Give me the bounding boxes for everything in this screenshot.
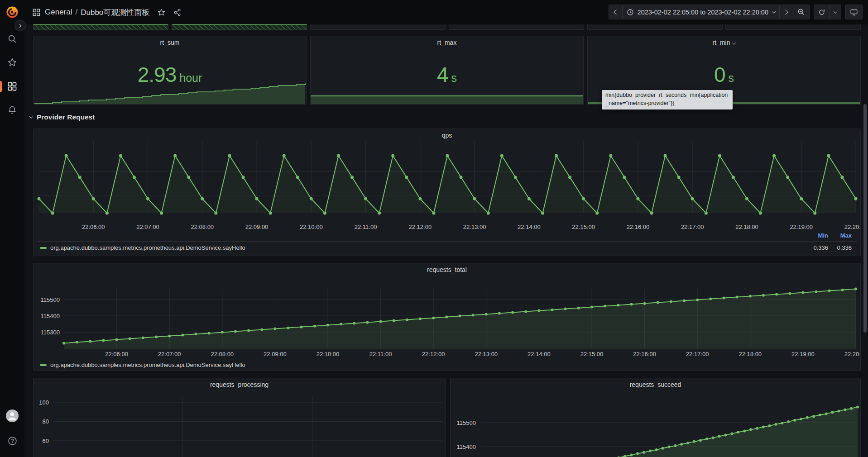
top-header: General / Dubbo可观测性面板 2023-02-02 22:05:0… [0, 0, 868, 24]
panel-sliver [449, 24, 584, 30]
legend-values: 0.336 0.336 [805, 244, 852, 251]
legend-min-header[interactable]: Min [805, 232, 828, 239]
star-button[interactable] [158, 9, 165, 16]
panel-title-qps[interactable]: qps [34, 132, 860, 139]
caret-down-icon [772, 10, 776, 13]
panel-title-rt-sum[interactable]: rt_sum [34, 39, 306, 46]
series-name: org.apache.dubbo.samples.metrics.prometh… [50, 244, 245, 251]
requests-total-chart: 11550011540011530022:06:0022:07:0022:08:… [34, 263, 861, 371]
panel-title-requests-total[interactable]: requests_total [34, 266, 860, 273]
apps-grid-icon[interactable] [33, 9, 40, 16]
series-color-swatch [40, 247, 47, 249]
share-button[interactable] [173, 9, 181, 16]
svg-text:22:09:00: 22:09:00 [245, 224, 269, 230]
svg-text:115400: 115400 [41, 313, 60, 319]
sidebar-item-starred[interactable] [0, 53, 24, 72]
panel-requests-total: requests_total 11550011540011530022:06:0… [33, 263, 861, 371]
sidebar-expand-button[interactable] [14, 20, 26, 31]
svg-text:115500: 115500 [41, 296, 60, 303]
svg-text:22:10:00: 22:10:00 [317, 351, 340, 357]
sidebar-item-alerting[interactable] [0, 100, 24, 119]
sidebar-item-search[interactable] [0, 29, 24, 48]
tv-icon [850, 8, 858, 16]
panel-title-requests-succeed[interactable]: requests_succeed [451, 381, 860, 388]
svg-text:22:06:00: 22:06:00 [82, 224, 105, 230]
user-avatar [5, 409, 19, 423]
panel-sliver [725, 24, 861, 30]
svg-text:22:15:00: 22:15:00 [572, 224, 595, 230]
stat-unit: s [729, 71, 734, 84]
breadcrumb-section[interactable]: General [45, 8, 72, 17]
dashboards-icon [8, 82, 17, 91]
time-range-picker[interactable]: 2023-02-02 22:05:00 to 2023-02-02 22:20:… [623, 5, 780, 19]
svg-text:22:12:00: 22:12:00 [422, 351, 445, 357]
time-shift-forward-button[interactable] [780, 5, 793, 19]
legend-min-value: 0.336 [805, 244, 828, 251]
panel-title-rt-max[interactable]: rt_max [311, 39, 583, 46]
page-title: Dubbo可观测性面板 [81, 7, 149, 18]
sidebar-item-help[interactable]: ? [0, 431, 24, 450]
chevron-right-icon [783, 10, 788, 14]
panel-sliver [310, 24, 446, 30]
stat-unit: hour [179, 71, 202, 84]
query-tooltip: min(dubbo_provider_rt_seconds_min{applic… [602, 90, 733, 109]
panel-requests-processing: requests_processing 1008060 [33, 378, 446, 457]
stat-rt-min: 0s [588, 62, 860, 87]
legend-header: Min Max [805, 232, 852, 239]
section-label: Provider Request [37, 113, 95, 121]
breadcrumb-separator: / [75, 8, 77, 17]
svg-text:22:12:00: 22:12:00 [409, 224, 432, 230]
nav-sidebar: ? [0, 0, 24, 457]
panel-sliver [33, 24, 168, 30]
stat-rt-max: 4s [311, 62, 583, 87]
dashboard-toolbar: 2023-02-02 22:05:00 to 2023-02-02 22:20:… [609, 5, 863, 19]
sidebar-item-profile[interactable] [0, 406, 24, 425]
panel-title-rt-min[interactable]: rt_min [588, 39, 860, 46]
time-range-label: 2023-02-02 22:05:00 to 2023-02-02 22:20:… [638, 9, 768, 16]
refresh-button[interactable] [814, 5, 830, 19]
series-color-swatch [40, 364, 47, 366]
svg-text:22:08:00: 22:08:00 [211, 351, 234, 357]
svg-text:22:16:00: 22:16:00 [627, 224, 650, 230]
svg-text:22:15:00: 22:15:00 [580, 351, 604, 357]
legend-item[interactable]: org.apache.dubbo.samples.metrics.prometh… [40, 362, 245, 368]
panel-rt-sum: rt_sum 2.93hour [33, 36, 307, 105]
section-provider-request[interactable]: Provider Request [30, 113, 95, 121]
svg-text:22:09:00: 22:09:00 [264, 351, 287, 357]
legend-item[interactable]: org.apache.dubbo.samples.metrics.prometh… [40, 244, 245, 251]
help-icon: ? [8, 436, 17, 446]
svg-text:22:14:00: 22:14:00 [518, 224, 541, 230]
stat-rt-sum: 2.93hour [34, 62, 306, 87]
zoom-out-button[interactable] [793, 5, 810, 19]
time-shift-back-button[interactable] [609, 5, 623, 19]
panel-title-requests-processing[interactable]: requests_processing [34, 381, 445, 388]
svg-text:80: 80 [43, 418, 49, 425]
chevron-right-icon [18, 24, 21, 27]
svg-text:22:07:00: 22:07:00 [158, 351, 181, 357]
svg-text:22:19:00: 22:19:00 [791, 351, 815, 357]
stat-value: 4 [437, 63, 448, 86]
svg-text:22:10:00: 22:10:00 [300, 224, 323, 230]
refresh-interval-button[interactable] [830, 5, 841, 19]
refresh-icon [818, 9, 825, 16]
stat-unit: s [451, 71, 457, 84]
svg-text:22:17:00: 22:17:00 [681, 224, 704, 230]
chevron-down-icon [29, 114, 33, 118]
legend-max-header[interactable]: Max [828, 232, 852, 239]
requests-processing-chart: 1008060 [34, 378, 446, 457]
svg-text:22:06:00: 22:06:00 [105, 351, 128, 357]
clock-icon [627, 9, 634, 16]
cycle-view-mode-button[interactable] [845, 5, 863, 19]
active-indicator [0, 81, 2, 92]
svg-text:22:18:00: 22:18:00 [735, 224, 758, 230]
sidebar-item-dashboards[interactable] [0, 77, 24, 96]
svg-text:22:20:00: 22:20:00 [844, 224, 861, 230]
svg-text:22:14:00: 22:14:00 [528, 351, 551, 357]
panel-qps: qps 22:06:0022:07:0022:08:0022:09:0022:1… [33, 129, 861, 256]
svg-text:22:18:00: 22:18:00 [739, 351, 762, 357]
scrollbar-thumb[interactable] [863, 104, 867, 333]
svg-text:?: ? [11, 438, 14, 443]
grafana-logo[interactable] [5, 5, 19, 19]
panel-requests-succeed: requests_succeed 115500115400 [450, 378, 861, 457]
legend-max-value: 0.336 [828, 244, 852, 251]
